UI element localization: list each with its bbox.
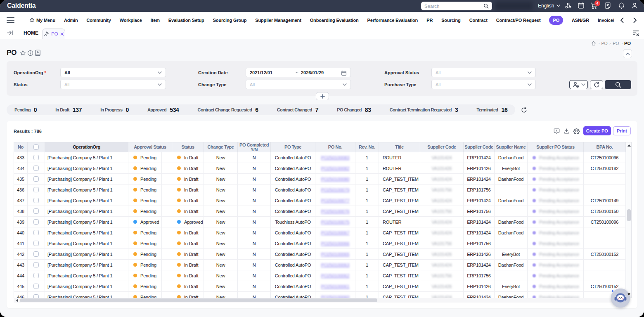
nav-scroll-left-icon[interactable] [620, 17, 624, 23]
column-header-po-no[interactable]: PO No. [315, 142, 355, 152]
cell-po-no-link[interactable]: PO250100076 [321, 209, 350, 214]
refresh-counts-icon[interactable] [521, 107, 527, 113]
nav-item-sourcing[interactable]: Sourcing [441, 18, 460, 23]
column-header-rev-no[interactable]: Rev. No. [355, 142, 379, 152]
create-po-button[interactable]: Create PO [583, 126, 611, 135]
cell-po-no-link[interactable]: PO250100065 [321, 252, 350, 257]
tooltip-info-icon[interactable] [554, 128, 560, 134]
row-checkbox[interactable] [33, 176, 39, 182]
nav-item-evaluation-setup[interactable]: Evaluation Setup [168, 18, 204, 23]
nav-item-performance-evaluation[interactable]: Performance Evaluation [367, 18, 418, 23]
close-tab-icon[interactable] [60, 32, 64, 36]
close-all-tabs-icon[interactable] [632, 30, 639, 36]
row-checkbox[interactable] [33, 251, 39, 257]
column-header-supplier-name[interactable]: Supplier Name [495, 142, 528, 152]
settings-gear-icon[interactable] [573, 128, 580, 134]
vertical-scrollbar-thumb[interactable] [627, 209, 631, 221]
nav-item-asn-gr[interactable]: ASN/GR [572, 18, 589, 23]
column-header-no[interactable]: No [14, 142, 28, 152]
reset-filter-button[interactable] [590, 80, 603, 89]
status-tab-pending[interactable]: Pending0 [14, 106, 37, 113]
cell-po-no-link[interactable]: PO250100067 [321, 230, 350, 235]
nav-item-contract[interactable]: Contract [469, 18, 488, 23]
row-checkbox[interactable] [33, 273, 39, 278]
calendar-icon[interactable] [578, 2, 585, 9]
row-checkbox[interactable] [33, 262, 39, 267]
column-header-po-type[interactable]: PO Type [271, 142, 315, 152]
nav-item-sourcing-group[interactable]: Sourcing Group [213, 18, 247, 23]
org-network-icon[interactable] [565, 2, 572, 9]
column-header-checkbox[interactable] [28, 142, 45, 152]
info-icon[interactable] [27, 50, 33, 56]
status-tab-contract-change-requested[interactable]: Contract Change Requested6 [198, 106, 258, 113]
cell-po-no-link[interactable]: PO250100061 [321, 284, 350, 289]
cell-po-no-link[interactable]: PO250100079 [321, 187, 350, 192]
print-button[interactable]: Print [613, 126, 631, 135]
collapse-tabs-icon[interactable] [7, 30, 13, 35]
vertical-scrollbar[interactable] [626, 142, 632, 298]
global-search-input[interactable] [421, 4, 479, 9]
document-icon[interactable] [604, 2, 611, 9]
nav-item-community[interactable]: Community [87, 18, 111, 23]
column-header-approval-status[interactable]: Approval Status [128, 142, 172, 152]
favorite-star-icon[interactable] [20, 50, 26, 56]
row-checkbox[interactable] [33, 219, 39, 225]
home-icon[interactable] [591, 41, 596, 46]
column-header-po-completed-y-n[interactable]: PO CompletedY/N [238, 142, 271, 152]
nav-item-contract-po-request[interactable]: Contract/PO Request [496, 18, 541, 23]
status-tab-contract-changed[interactable]: Contract Changed7 [277, 106, 318, 113]
cell-po-no-link[interactable]: PO250100075 [321, 220, 350, 225]
cell-po-no-link[interactable]: PO250100077 [321, 198, 350, 203]
calendar-icon[interactable] [341, 70, 347, 76]
pin-icon[interactable] [43, 31, 49, 37]
column-header-supplier-code[interactable]: Supplier Code [420, 142, 464, 152]
horizontal-scrollbar[interactable] [14, 298, 626, 303]
breadcrumb-item[interactable]: PO [613, 41, 619, 46]
scroll-up-arrow-icon[interactable] [627, 144, 631, 147]
row-checkbox[interactable] [33, 155, 39, 160]
collapse-filter-button[interactable] [623, 49, 632, 58]
status-select[interactable]: All [60, 80, 166, 89]
column-header-title[interactable]: Title [379, 142, 420, 152]
change-type-select[interactable]: All [246, 80, 351, 89]
add-filter-button[interactable] [316, 92, 329, 100]
creation-date-range[interactable]: 2021/12/01~2026/01/29 [246, 68, 351, 77]
cell-po-no-link[interactable]: PO250100083 [321, 155, 350, 160]
date-to[interactable]: 2026/01/29 [301, 70, 324, 75]
tab-po[interactable]: PO [42, 28, 65, 39]
breadcrumb-item[interactable]: PO [601, 41, 607, 46]
nav-item-pr[interactable]: PR [426, 18, 433, 23]
column-header-change-type[interactable]: Change Type [204, 142, 238, 152]
status-tab-contract-termination-requested[interactable]: Contract Termination Requested3 [390, 106, 458, 113]
row-checkbox[interactable] [33, 284, 39, 289]
row-checkbox[interactable] [33, 241, 39, 246]
cell-po-no-link[interactable]: PO250100063 [321, 263, 350, 267]
nav-item-my-menu[interactable]: My Menu [29, 17, 55, 23]
status-tab-approved[interactable]: Approved534 [147, 106, 179, 113]
nav-item-invoice[interactable]: Invoice/ [598, 18, 614, 23]
cell-po-no-link[interactable]: PO250100080 [321, 177, 350, 182]
row-checkbox[interactable] [33, 198, 39, 203]
scroll-left-arrow-icon[interactable] [16, 299, 18, 302]
purchase-type-select[interactable]: All [431, 80, 536, 89]
nav-item-supplier-management[interactable]: Supplier Management [255, 18, 301, 23]
row-checkbox[interactable] [33, 166, 39, 171]
chatbot-button[interactable] [611, 289, 630, 308]
operation-org-select[interactable]: All [60, 68, 166, 77]
user-filter-button[interactable] [569, 80, 588, 89]
nav-item-admin[interactable]: Admin [64, 18, 78, 23]
status-tab-po-changed[interactable]: PO Changed83 [337, 106, 371, 113]
status-tab-terminated[interactable]: Terminated16 [476, 106, 507, 113]
manual-icon[interactable] [35, 50, 41, 56]
row-checkbox[interactable] [33, 208, 39, 214]
cell-po-no-link[interactable]: PO250100066 [321, 241, 350, 246]
search-button[interactable] [605, 80, 631, 89]
date-from[interactable]: 2021/12/01 [246, 70, 272, 75]
column-header-status[interactable]: Status [172, 142, 204, 152]
bell-icon[interactable] [618, 2, 625, 9]
nav-item-po[interactable]: PO [549, 16, 563, 25]
column-header-operationorg[interactable]: OperationOrg [45, 142, 128, 152]
search-icon[interactable] [483, 3, 489, 9]
cell-po-no-link[interactable]: PO250100082 [321, 166, 350, 171]
nav-scroll-right-icon[interactable] [633, 17, 637, 23]
